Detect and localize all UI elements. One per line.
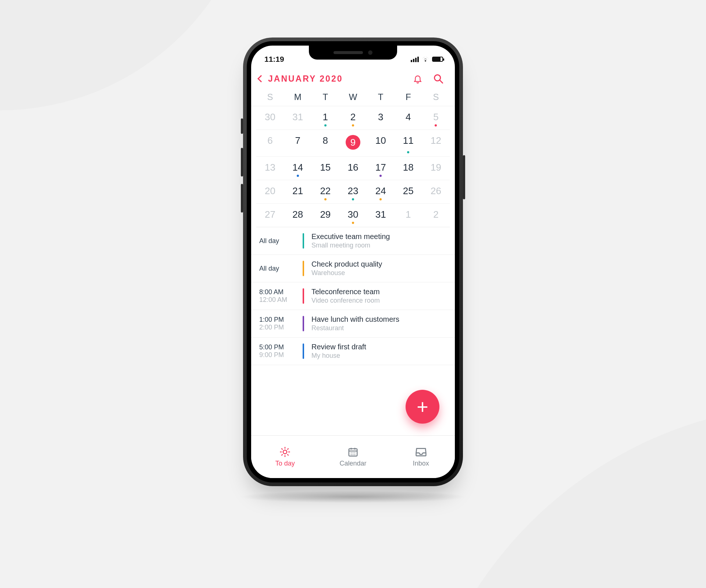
battery-icon — [432, 57, 443, 62]
add-event-button[interactable]: + — [406, 390, 439, 424]
calendar-day[interactable]: 2 — [339, 106, 367, 129]
nav-calendar-label: Calendar — [339, 460, 366, 467]
volume-down-button — [241, 184, 243, 213]
svg-point-19 — [353, 454, 354, 455]
event-dot — [379, 198, 382, 200]
calendar-day[interactable]: 31 — [367, 204, 395, 227]
event-color-bar — [303, 233, 304, 249]
event-dot — [352, 198, 354, 200]
nav-today-label: To day — [275, 460, 295, 467]
calendar-day[interactable]: 18 — [395, 157, 422, 180]
app-header: JANUARY 2020 — [251, 67, 455, 90]
calendar-day[interactable]: 9 — [339, 130, 367, 156]
svg-line-1 — [440, 80, 443, 83]
wifi-icon — [422, 57, 429, 62]
calendar-day[interactable]: 6 — [256, 130, 284, 156]
calendar-day[interactable]: 14 — [284, 157, 311, 180]
phone-shadow — [239, 491, 467, 503]
svg-point-18 — [351, 454, 352, 455]
back-button[interactable]: JANUARY 2020 — [258, 74, 343, 84]
event-dot — [407, 151, 409, 153]
event-body: Have lunch with customersRestaurant — [311, 315, 399, 332]
calendar-day[interactable]: 4 — [395, 106, 422, 129]
svg-point-17 — [354, 452, 356, 453]
svg-point-20 — [354, 454, 356, 455]
volume-up-button — [241, 148, 243, 177]
calendar-day[interactable]: 16 — [339, 157, 367, 180]
search-button[interactable] — [433, 73, 444, 84]
event-row[interactable]: 8:00 AM12:00 AMTeleconference teamVideo … — [251, 282, 455, 310]
event-dot — [352, 222, 354, 224]
event-dot — [324, 124, 327, 126]
event-color-bar — [303, 261, 304, 276]
calendar-day[interactable]: 28 — [284, 204, 311, 227]
weekday-row: SMTWTFS — [251, 90, 455, 106]
cellular-icon — [411, 57, 419, 62]
calendar-day[interactable]: 3 — [367, 106, 395, 129]
calendar-day[interactable]: 24 — [367, 180, 395, 203]
search-icon — [433, 74, 443, 84]
calendar-day[interactable]: 5 — [422, 106, 450, 129]
calendar-day[interactable]: 26 — [422, 180, 450, 203]
calendar-day[interactable]: 13 — [256, 157, 284, 180]
event-dot — [297, 175, 299, 177]
nav-inbox[interactable]: Inbox — [387, 436, 455, 478]
calendar-day[interactable]: 22 — [311, 180, 339, 203]
bottom-nav: To day Calendar Inbox — [251, 435, 455, 478]
event-dot — [379, 175, 382, 177]
calendar-day[interactable]: 10 — [367, 130, 395, 156]
calendar-day[interactable]: 8 — [311, 130, 339, 156]
calendar-day[interactable]: 27 — [256, 204, 284, 227]
calendar-day[interactable]: 21 — [284, 180, 311, 203]
calendar-day[interactable]: 12 — [422, 130, 450, 156]
nav-today[interactable]: To day — [251, 436, 319, 478]
weekday-label: S — [422, 92, 450, 102]
calendar-day[interactable]: 30 — [256, 106, 284, 129]
svg-line-8 — [288, 455, 288, 455]
event-time: 1:00 PM2:00 PM — [259, 316, 303, 331]
calendar-day[interactable]: 29 — [311, 204, 339, 227]
event-time: 5:00 PM9:00 PM — [259, 343, 303, 359]
bell-icon — [413, 74, 422, 84]
calendar-day[interactable]: 2 — [422, 204, 450, 227]
calendar-day[interactable]: 17 — [367, 157, 395, 180]
calendar-day[interactable]: 19 — [422, 157, 450, 180]
event-time: 8:00 AM12:00 AM — [259, 288, 303, 304]
calendar-day[interactable]: 30 — [339, 204, 367, 227]
event-time: All day — [259, 265, 303, 272]
calendar-day[interactable]: 11 — [395, 130, 422, 156]
event-row[interactable]: 1:00 PM2:00 PMHave lunch with customersR… — [251, 310, 455, 338]
calendar-day[interactable]: 23 — [339, 180, 367, 203]
calendar-day[interactable]: 1 — [311, 106, 339, 129]
calendar-grid: 3031123456789101112131415161718192021222… — [251, 106, 455, 227]
calendar-day[interactable]: 31 — [284, 106, 311, 129]
weekday-label: M — [284, 92, 311, 102]
sun-icon — [279, 446, 291, 457]
event-dot — [352, 124, 354, 126]
calendar-day[interactable]: 15 — [311, 157, 339, 180]
event-row[interactable]: 5:00 PM9:00 PMReview first draftMy house — [251, 338, 455, 365]
calendar-day[interactable]: 25 — [395, 180, 422, 203]
svg-point-2 — [283, 450, 287, 454]
event-row[interactable]: All dayCheck product qualityWarehouse — [251, 255, 455, 282]
event-row[interactable]: All dayExecutive team meetingSmall meeti… — [251, 227, 455, 255]
nav-inbox-label: Inbox — [413, 460, 429, 467]
nav-calendar[interactable]: Calendar — [319, 436, 387, 478]
weekday-label: F — [395, 92, 422, 102]
phone-frame: 11:19 JANUARY 2020 — [243, 38, 463, 486]
event-body: Teleconference teamVideo conference room — [311, 288, 380, 304]
notifications-button[interactable] — [412, 73, 423, 84]
svg-line-9 — [282, 455, 282, 455]
weekday-label: S — [256, 92, 284, 102]
svg-point-16 — [353, 452, 354, 453]
calendar-icon — [347, 446, 359, 457]
event-dot — [435, 124, 437, 126]
calendar-day[interactable]: 20 — [256, 180, 284, 203]
weekday-label: T — [367, 92, 395, 102]
event-color-bar — [303, 316, 304, 331]
event-body: Check product qualityWarehouse — [311, 260, 382, 277]
event-time: All day — [259, 237, 303, 245]
inbox-icon — [415, 446, 427, 457]
calendar-day[interactable]: 7 — [284, 130, 311, 156]
calendar-day[interactable]: 1 — [395, 204, 422, 227]
